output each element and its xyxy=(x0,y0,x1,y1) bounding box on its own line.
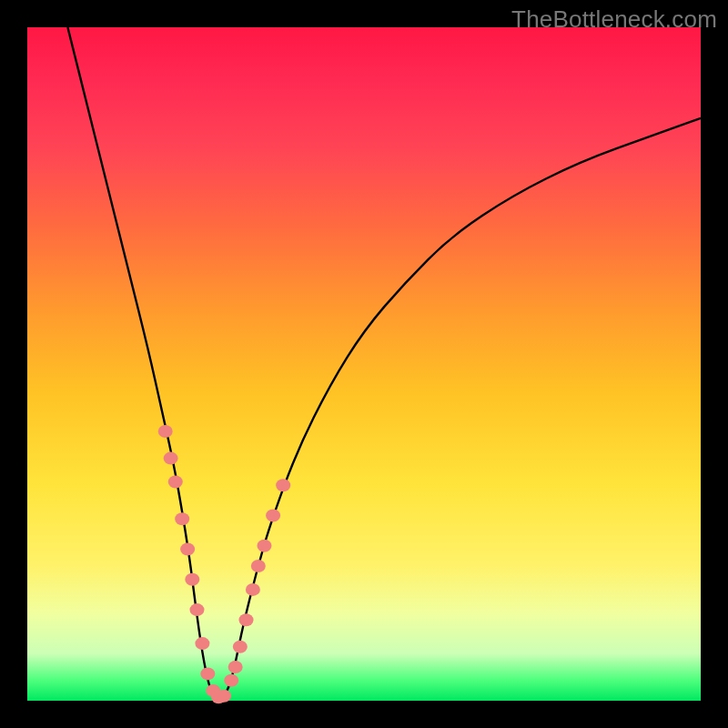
watermark-text: TheBottleneck.com xyxy=(511,5,717,34)
marker-point xyxy=(158,425,173,438)
marker-point xyxy=(246,583,260,596)
marker-point xyxy=(276,479,290,491)
chart-frame: TheBottleneck.com xyxy=(0,0,728,728)
chart-svg xyxy=(27,27,701,701)
marker-point xyxy=(251,560,266,572)
marker-point xyxy=(266,510,280,522)
plot-area xyxy=(27,27,701,701)
bottleneck-curve xyxy=(67,27,701,697)
marker-point xyxy=(200,667,215,680)
marker-point xyxy=(168,476,183,489)
marker-point xyxy=(257,540,271,552)
marker-point xyxy=(217,690,231,703)
marker-point xyxy=(180,543,195,556)
marker-point xyxy=(185,573,199,586)
marker-group xyxy=(158,425,291,703)
marker-point xyxy=(228,661,243,673)
marker-point xyxy=(233,641,248,653)
marker-point xyxy=(189,603,204,616)
marker-point xyxy=(175,512,189,525)
marker-point xyxy=(224,674,238,687)
marker-point xyxy=(195,637,209,650)
marker-point xyxy=(239,613,254,626)
marker-point xyxy=(164,452,178,465)
